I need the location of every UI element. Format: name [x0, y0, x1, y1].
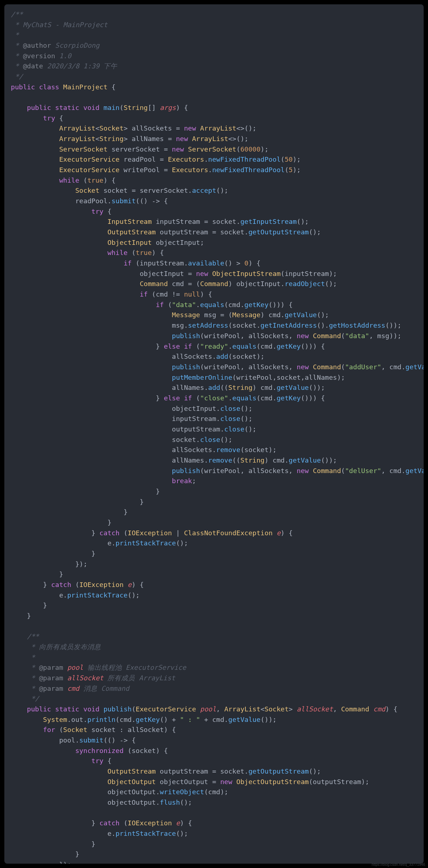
watermark: https://blog.csdn.net/q_33771946 — [372, 862, 425, 868]
frame: /** * MyChatS - MainProject * * @author … — [0, 0, 428, 868]
publish-method: public static — [27, 705, 84, 713]
class-declaration: public class — [11, 83, 63, 91]
code-editor: /** * MyChatS - MainProject * * @author … — [4, 4, 424, 864]
javadoc-comment: /** * MyChatS - MainProject * * @author … — [11, 10, 117, 80]
main-method: public static — [27, 104, 84, 111]
javadoc-publish: /** * 向所有成员发布消息 * * @param pool 输出线程池 Ex… — [11, 633, 186, 702]
